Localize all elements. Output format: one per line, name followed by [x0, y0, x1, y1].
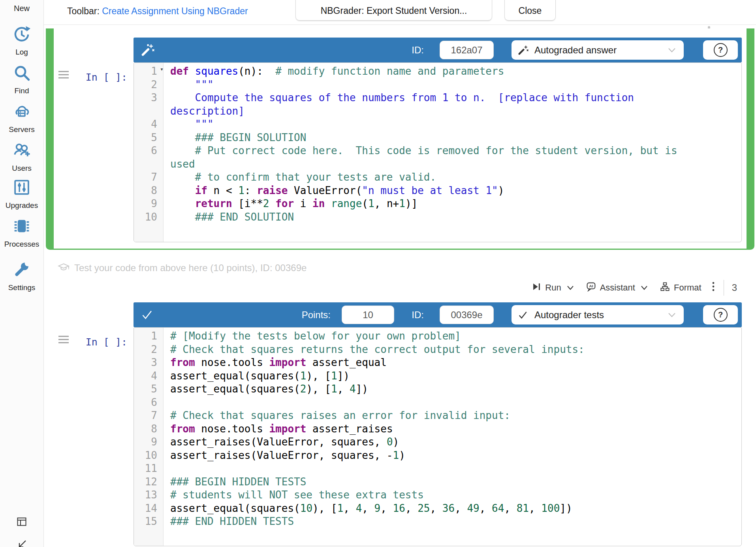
collapsed-cell-placeholder[interactable]: Test your code from above here (10 point…: [58, 260, 307, 276]
chevron-down-icon[interactable]: [566, 285, 574, 291]
sidebar-item-new-label[interactable]: New: [0, 4, 43, 13]
assistant-button[interactable]: AI Assistant: [586, 282, 648, 294]
cell-id-input[interactable]: [440, 306, 494, 324]
line-number: 6: [134, 396, 164, 409]
code-line: 8from nose.tools import assert_raises: [134, 423, 741, 436]
chevron-down-icon[interactable]: [640, 285, 648, 291]
line-number: 4: [134, 370, 164, 383]
export-student-version-button[interactable]: NBGrader: Export Student Version...: [295, 0, 492, 21]
sidebar-item-users[interactable]: Users: [0, 141, 43, 173]
code-line: 3from nose.tools import assert_equal: [134, 356, 741, 370]
code-line-text: if n < 1: raise ValueError("n must be at…: [164, 184, 741, 198]
line-number: 6: [134, 144, 164, 158]
sidebar-item-servers[interactable]: Servers: [0, 103, 43, 134]
line-number: 12: [134, 475, 164, 489]
code-line-text: ### BEGIN HIDDEN TESTS: [164, 475, 741, 489]
id-label: ID:: [390, 302, 424, 327]
assistant-label: Assistant: [600, 283, 635, 293]
code-editor-cell-2[interactable]: 1# [Modify the tests below for your own …: [134, 327, 742, 546]
line-number: 2: [134, 343, 164, 356]
cell-type-value: Autograder tests: [534, 305, 604, 324]
sidebar-item-label: Users: [0, 164, 43, 173]
sidebar-item-log[interactable]: Log: [0, 25, 43, 57]
code-line: 5assert_equal(squares(2), [1, 4]): [134, 383, 741, 396]
code-line: 6 # Put correct code here. This code is …: [134, 144, 741, 158]
line-number: 11: [134, 462, 164, 475]
layout-toggle-button[interactable]: [0, 516, 43, 529]
code-line-text: [164, 462, 741, 475]
toolbar-mode-text: Toolbar: Create Assignment Using NBGrade…: [67, 0, 248, 22]
line-number: 1: [134, 330, 164, 343]
line-number: 15: [134, 515, 164, 528]
code-line-text: # students will NOT see these extra test…: [164, 489, 741, 502]
line-number: 7: [134, 171, 164, 184]
code-line: used: [134, 158, 741, 171]
line-number: 5: [134, 131, 164, 145]
format-label: Format: [674, 283, 701, 293]
notebook-window: New Log Find Servers: [0, 0, 756, 547]
fold-caret-icon[interactable]: ▾: [160, 66, 164, 72]
cell-type-select[interactable]: Autograder tests: [512, 305, 684, 324]
sidebar: New Log Find Servers: [0, 0, 44, 547]
points-input[interactable]: [342, 306, 394, 324]
code-line-text: assert_equal(squares(1), [1]): [164, 370, 741, 383]
code-line-text: # to confirm that your tests are valid.: [164, 171, 741, 184]
line-number: 7: [134, 409, 164, 423]
run-button[interactable]: Run: [532, 282, 574, 294]
input-prompt: In [ ]:: [73, 336, 127, 348]
line-number: 3: [134, 356, 164, 370]
line-number: 9: [134, 436, 164, 449]
help-button[interactable]: ?: [703, 40, 738, 60]
code-line: 3 Compute the squares of the numbers fro…: [134, 91, 741, 105]
code-line: 7# Check that squares raises an error fo…: [134, 409, 741, 423]
cell-action-toolbar: Run AI Assistant Forma: [532, 278, 737, 297]
line-number: 14: [134, 502, 164, 515]
sidebar-item-label: Processes: [0, 240, 43, 249]
code-line: 12### BEGIN HIDDEN TESTS: [134, 475, 741, 489]
code-line-text: Compute the squares of the numbers from …: [164, 91, 741, 105]
code-line: 9 return [i**2 for i in range(1, n+1)]: [134, 197, 741, 211]
code-editor-cell-1[interactable]: 1▾def squares(n): # modify function name…: [134, 62, 742, 242]
cell-id-input[interactable]: [440, 41, 494, 59]
line-number: 8: [134, 184, 164, 198]
cell-type-select[interactable]: Autograded answer: [512, 40, 684, 60]
code-line-text: description]: [164, 105, 741, 118]
line-number: 2: [134, 78, 164, 92]
sidebar-item-label: Settings: [0, 283, 43, 292]
collapse-sidebar-button[interactable]: [0, 540, 43, 547]
sidebar-item-label: Upgrades: [0, 201, 43, 210]
users-add-icon: [13, 153, 30, 160]
code-line: description]: [134, 105, 741, 118]
line-number: 1▾: [134, 65, 164, 78]
code-line-text: from nose.tools import assert_raises: [164, 423, 741, 436]
drag-handle-icon[interactable]: [58, 335, 70, 345]
drag-handle-icon[interactable]: [58, 70, 70, 81]
create-assignment-link[interactable]: Create Assignment Using NBGrader: [102, 6, 248, 16]
code-line: 5 ### BEGIN SOLUTION: [134, 131, 741, 145]
code-line-text: assert_equal(squares(2), [1, 4]): [164, 383, 741, 396]
code-line: 7 # to confirm that your tests are valid…: [134, 171, 741, 184]
code-line-text: return [i**2 for i in range(1, n+1)]: [164, 197, 741, 211]
format-button[interactable]: Format: [660, 282, 701, 294]
line-number: 4: [134, 118, 164, 131]
code-line-text: ### BEGIN SOLUTION: [164, 131, 741, 145]
sitemap-icon: [660, 282, 670, 294]
more-actions-button[interactable]: [712, 281, 715, 294]
help-button[interactable]: ?: [703, 305, 738, 324]
line-number: 10: [134, 211, 164, 224]
code-line-text: [164, 396, 741, 409]
sidebar-item-settings[interactable]: Settings: [0, 261, 43, 292]
code-line: 1▾def squares(n): # modify function name…: [134, 65, 741, 78]
cloud-server-icon: [13, 115, 30, 121]
line-number: 10: [134, 449, 164, 462]
code-line: 8 if n < 1: raise ValueError("n must be …: [134, 184, 741, 198]
sidebar-item-upgrades[interactable]: Upgrades: [0, 179, 43, 210]
check-icon: [141, 309, 153, 323]
code-line-text: assert_raises(ValueError, squares, -1): [164, 449, 741, 462]
close-button[interactable]: Close: [504, 0, 556, 21]
check-icon: [518, 310, 528, 322]
sidebar-item-processes[interactable]: Processes: [0, 217, 43, 249]
code-line-text: def squares(n): # modify function name a…: [164, 65, 741, 78]
sidebar-item-find[interactable]: Find: [0, 64, 43, 95]
line-number: [134, 105, 164, 118]
